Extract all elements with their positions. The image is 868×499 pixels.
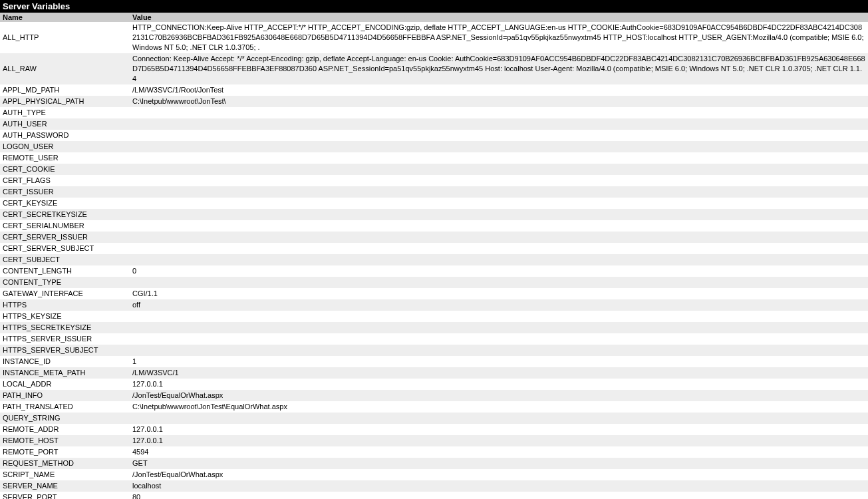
table-row: CERT_COOKIE xyxy=(0,164,868,175)
variable-value: 0 xyxy=(130,265,868,277)
variable-name: HTTPS_SERVER_SUBJECT xyxy=(0,345,130,356)
table-row: PATH_INFO/JonTest/EqualOrWhat.aspx xyxy=(0,390,868,401)
variable-value: off xyxy=(130,299,868,311)
variable-value: C:\Inetpub\wwwroot\JonTest\ xyxy=(130,96,868,107)
table-row: PATH_TRANSLATEDC:\Inetpub\wwwroot\JonTes… xyxy=(0,401,868,413)
variable-name: ALL_RAW xyxy=(0,53,130,84)
table-row: SERVER_PORT80 xyxy=(0,492,868,499)
variable-name: HTTPS_SECRETKEYSIZE xyxy=(0,322,130,333)
variable-value xyxy=(130,220,868,232)
variable-name: CERT_ISSUER xyxy=(0,186,130,198)
variable-value: 127.0.0.1 xyxy=(130,379,868,390)
table-row: APPL_MD_PATH/LM/W3SVC/1/Root/JonTest xyxy=(0,84,868,96)
variable-name: SCRIPT_NAME xyxy=(0,469,130,480)
table-row: REMOTE_HOST127.0.0.1 xyxy=(0,435,868,446)
table-row: APPL_PHYSICAL_PATHC:\Inetpub\wwwroot\Jon… xyxy=(0,96,868,107)
variable-value: C:\Inetpub\wwwroot\JonTest\EqualOrWhat.a… xyxy=(130,401,868,413)
table-row: CERT_SERIALNUMBER xyxy=(0,220,868,232)
table-row: REMOTE_PORT4594 xyxy=(0,446,868,458)
variable-name: CERT_SUBJECT xyxy=(0,254,130,265)
variable-name: PATH_TRANSLATED xyxy=(0,401,130,413)
table-row: ALL_RAWConnection: Keep-Alive Accept: */… xyxy=(0,53,868,84)
variable-name: SERVER_PORT xyxy=(0,492,130,499)
table-row: AUTH_PASSWORD xyxy=(0,130,868,141)
variable-value xyxy=(130,152,868,164)
variable-value: 80 xyxy=(130,492,868,499)
variable-value xyxy=(130,277,868,288)
variable-name: CERT_COOKIE xyxy=(0,164,130,175)
variable-value xyxy=(130,198,868,209)
table-row: ALL_HTTPHTTP_CONNECTION:Keep-Alive HTTP_… xyxy=(0,22,868,53)
variable-value: 4594 xyxy=(130,446,868,458)
variable-name: CERT_SERIALNUMBER xyxy=(0,220,130,232)
table-row: CERT_SERVER_SUBJECT xyxy=(0,243,868,254)
column-header-name: Name xyxy=(0,13,130,22)
variable-name: AUTH_TYPE xyxy=(0,107,130,118)
variable-value xyxy=(130,243,868,254)
table-row: LOCAL_ADDR127.0.0.1 xyxy=(0,379,868,390)
variable-name: SERVER_NAME xyxy=(0,480,130,492)
variable-name: REQUEST_METHOD xyxy=(0,458,130,469)
variable-value xyxy=(130,254,868,265)
variable-name: CONTENT_TYPE xyxy=(0,277,130,288)
variable-value: 127.0.0.1 xyxy=(130,424,868,435)
variable-value: 127.0.0.1 xyxy=(130,435,868,446)
table-row: HTTPS_SECRETKEYSIZE xyxy=(0,322,868,333)
variable-value: 1 xyxy=(130,356,868,367)
table-row: LOGON_USER xyxy=(0,141,868,152)
table-row: REMOTE_USER xyxy=(0,152,868,164)
variable-value: Connection: Keep-Alive Accept: */* Accep… xyxy=(130,53,868,84)
table-row: CERT_FLAGS xyxy=(0,175,868,186)
table-row: AUTH_USER xyxy=(0,118,868,130)
table-header-row: Name Value xyxy=(0,13,868,22)
variable-name: CERT_KEYSIZE xyxy=(0,198,130,209)
variable-name: REMOTE_USER xyxy=(0,152,130,164)
table-row: SERVER_NAMElocalhost xyxy=(0,480,868,492)
variable-name: LOCAL_ADDR xyxy=(0,379,130,390)
variable-name: HTTPS_KEYSIZE xyxy=(0,311,130,322)
variable-value xyxy=(130,141,868,152)
section-title: Server Variables xyxy=(0,0,868,13)
variable-name: CONTENT_LENGTH xyxy=(0,265,130,277)
variable-name: APPL_PHYSICAL_PATH xyxy=(0,96,130,107)
table-row: SCRIPT_NAME/JonTest/EqualOrWhat.aspx xyxy=(0,469,868,480)
variable-value xyxy=(130,107,868,118)
table-row: CONTENT_TYPE xyxy=(0,277,868,288)
table-row: AUTH_TYPE xyxy=(0,107,868,118)
table-row: CERT_SERVER_ISSUER xyxy=(0,232,868,243)
variable-name: REMOTE_HOST xyxy=(0,435,130,446)
variable-value xyxy=(130,322,868,333)
table-row: HTTPS_KEYSIZE xyxy=(0,311,868,322)
variable-name: PATH_INFO xyxy=(0,390,130,401)
server-variables-table: Name Value ALL_HTTPHTTP_CONNECTION:Keep-… xyxy=(0,13,868,499)
variable-name: HTTPS xyxy=(0,299,130,311)
variable-value: /JonTest/EqualOrWhat.aspx xyxy=(130,469,868,480)
variable-value xyxy=(130,118,868,130)
variable-value xyxy=(130,130,868,141)
variable-value: CGI/1.1 xyxy=(130,288,868,299)
variable-name: ALL_HTTP xyxy=(0,22,130,53)
variable-name: REMOTE_PORT xyxy=(0,446,130,458)
variable-name: GATEWAY_INTERFACE xyxy=(0,288,130,299)
table-row: QUERY_STRING xyxy=(0,413,868,424)
variable-name: AUTH_PASSWORD xyxy=(0,130,130,141)
table-row: GATEWAY_INTERFACECGI/1.1 xyxy=(0,288,868,299)
variable-value xyxy=(130,175,868,186)
variable-name: INSTANCE_META_PATH xyxy=(0,367,130,379)
variable-value xyxy=(130,209,868,220)
table-row: HTTPS_SERVER_SUBJECT xyxy=(0,345,868,356)
table-row: HTTPS_SERVER_ISSUER xyxy=(0,333,868,345)
table-row: INSTANCE_ID1 xyxy=(0,356,868,367)
variable-value xyxy=(130,333,868,345)
variable-value: HTTP_CONNECTION:Keep-Alive HTTP_ACCEPT:*… xyxy=(130,22,868,53)
table-row: CONTENT_LENGTH0 xyxy=(0,265,868,277)
column-header-value: Value xyxy=(130,13,868,22)
table-row: CERT_SECRETKEYSIZE xyxy=(0,209,868,220)
variable-name: LOGON_USER xyxy=(0,141,130,152)
table-row: CERT_KEYSIZE xyxy=(0,198,868,209)
variable-value xyxy=(130,413,868,424)
variable-value: /JonTest/EqualOrWhat.aspx xyxy=(130,390,868,401)
table-row: REQUEST_METHODGET xyxy=(0,458,868,469)
table-row: CERT_ISSUER xyxy=(0,186,868,198)
variable-value xyxy=(130,311,868,322)
